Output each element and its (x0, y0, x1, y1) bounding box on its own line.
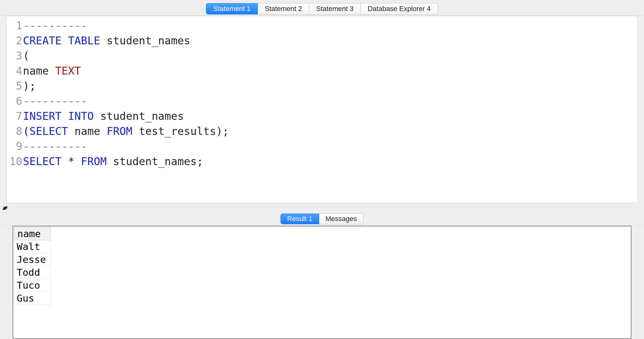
code-line: 9---------- (7, 139, 637, 154)
line-number: 10 (7, 154, 23, 169)
sql-editor[interactable]: 1----------2CREATE TABLE student_names3(… (7, 18, 637, 169)
tab-label: Database Explorer 4 (368, 5, 431, 13)
cell: Jesse (14, 253, 51, 266)
cell: Tuco (14, 279, 51, 292)
line-number: 9 (7, 139, 23, 154)
code-content: CREATE TABLE student_names (23, 33, 190, 48)
tab-label: Statement 1 (213, 5, 251, 13)
code-content: ---------- (23, 18, 87, 33)
result-grid[interactable]: nameWaltJesseToddTucoGus (14, 227, 51, 305)
result-tab[interactable]: Messages (319, 214, 364, 224)
code-line: 3( (7, 48, 637, 63)
split-handle[interactable]: ▴▾ (0, 203, 644, 212)
top-tab[interactable]: Statement 2 (258, 3, 309, 14)
code-content: ( (23, 48, 29, 63)
tab-label: Statement 3 (316, 5, 354, 13)
table-row[interactable]: Todd (14, 266, 51, 279)
top-tab-bar: Statement 1Statement 2Statement 3Databas… (0, 0, 644, 16)
tab-label: Statement 2 (265, 5, 302, 13)
table-row[interactable]: Jesse (14, 253, 51, 266)
top-tab-strip: Statement 1Statement 2Statement 3Databas… (206, 3, 438, 14)
code-line: 4name TEXT (7, 63, 637, 78)
table-row[interactable]: Walt (14, 240, 51, 253)
line-number: 7 (7, 108, 23, 124)
cell: Todd (14, 266, 51, 279)
split-handle-icon: ▴▾ (3, 204, 6, 211)
sql-editor-panel: 1----------2CREATE TABLE student_names3(… (6, 16, 638, 203)
code-content: INSERT INTO student_names (23, 108, 184, 124)
top-tab[interactable]: Statement 3 (309, 3, 361, 14)
table-row[interactable]: Tuco (14, 279, 51, 292)
top-tab[interactable]: Statement 1 (206, 3, 258, 14)
code-content: ); (23, 78, 36, 93)
code-content: (SELECT name FROM test_results); (23, 124, 229, 139)
code-line: 6---------- (7, 93, 637, 108)
result-tab-strip: Result 1Messages (280, 214, 364, 224)
table-row[interactable]: Gus (14, 292, 51, 305)
tab-label: Messages (325, 215, 357, 223)
line-number: 4 (7, 63, 23, 78)
line-number: 1 (7, 18, 23, 33)
tab-label: Result 1 (287, 215, 313, 223)
top-tab[interactable]: Database Explorer 4 (361, 3, 438, 14)
column-header[interactable]: name (14, 227, 51, 240)
result-panel: nameWaltJesseToddTucoGus (13, 226, 631, 339)
code-line: 5); (7, 78, 637, 93)
cell: Gus (14, 292, 51, 305)
code-content: SELECT * FROM student_names; (23, 154, 203, 169)
code-line: 10SELECT * FROM student_names; (7, 154, 637, 169)
line-number: 8 (7, 124, 23, 139)
line-number: 5 (7, 78, 23, 93)
line-number: 6 (7, 93, 23, 108)
result-tab[interactable]: Result 1 (280, 214, 319, 224)
code-line: 1---------- (7, 18, 637, 33)
result-tab-bar: Result 1Messages (0, 212, 644, 226)
cell: Walt (14, 240, 51, 253)
code-content: name TEXT (23, 63, 81, 78)
line-number: 3 (7, 48, 23, 63)
code-line: 8(SELECT name FROM test_results); (7, 124, 637, 139)
code-content: ---------- (23, 93, 87, 108)
code-line: 2CREATE TABLE student_names (7, 33, 637, 48)
line-number: 2 (7, 33, 23, 48)
code-line: 7INSERT INTO student_names (7, 108, 637, 124)
code-content: ---------- (23, 139, 87, 154)
